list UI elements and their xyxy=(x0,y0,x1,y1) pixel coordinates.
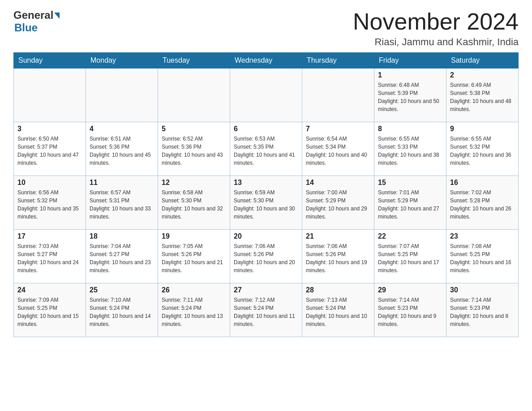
calendar-cell: 6Sunrise: 6:53 AM Sunset: 5:35 PM Daylig… xyxy=(230,122,302,176)
calendar-cell xyxy=(86,68,158,122)
location-title: Riasi, Jammu and Kashmir, India xyxy=(353,36,519,48)
day-detail: Sunrise: 6:48 AM Sunset: 5:39 PM Dayligh… xyxy=(378,81,442,113)
day-number: 9 xyxy=(450,125,515,133)
logo: General Blue xyxy=(13,9,60,34)
day-detail: Sunrise: 7:09 AM Sunset: 5:25 PM Dayligh… xyxy=(17,296,82,328)
day-number: 24 xyxy=(17,286,82,294)
calendar-cell: 9Sunrise: 6:55 AM Sunset: 5:32 PM Daylig… xyxy=(446,122,519,176)
day-number: 14 xyxy=(306,179,370,187)
day-detail: Sunrise: 6:52 AM Sunset: 5:36 PM Dayligh… xyxy=(162,135,226,167)
calendar-cell: 5Sunrise: 6:52 AM Sunset: 5:36 PM Daylig… xyxy=(158,122,230,176)
title-block: November 2024 Riasi, Jammu and Kashmir, … xyxy=(353,9,519,48)
calendar-cell xyxy=(158,68,230,122)
day-detail: Sunrise: 6:57 AM Sunset: 5:31 PM Dayligh… xyxy=(90,188,154,221)
day-number: 29 xyxy=(378,286,442,294)
day-number: 19 xyxy=(162,232,226,240)
day-detail: Sunrise: 7:02 AM Sunset: 5:28 PM Dayligh… xyxy=(450,188,515,221)
calendar-cell: 21Sunrise: 7:06 AM Sunset: 5:26 PM Dayli… xyxy=(302,230,374,283)
calendar-cell: 20Sunrise: 7:06 AM Sunset: 5:26 PM Dayli… xyxy=(230,230,302,283)
day-number: 5 xyxy=(162,125,226,133)
day-number: 21 xyxy=(306,232,370,240)
calendar-week-5: 24Sunrise: 7:09 AM Sunset: 5:25 PM Dayli… xyxy=(14,283,519,337)
day-detail: Sunrise: 7:07 AM Sunset: 5:25 PM Dayligh… xyxy=(378,242,442,274)
calendar-table: SundayMondayTuesdayWednesdayThursdayFrid… xyxy=(13,52,519,337)
day-detail: Sunrise: 6:49 AM Sunset: 5:38 PM Dayligh… xyxy=(450,81,515,113)
day-number: 8 xyxy=(378,125,442,133)
day-detail: Sunrise: 7:03 AM Sunset: 5:27 PM Dayligh… xyxy=(17,242,82,274)
day-header-sunday: Sunday xyxy=(14,53,86,68)
day-detail: Sunrise: 6:53 AM Sunset: 5:35 PM Dayligh… xyxy=(234,135,298,167)
day-detail: Sunrise: 6:50 AM Sunset: 5:37 PM Dayligh… xyxy=(17,135,82,167)
calendar-cell: 2Sunrise: 6:49 AM Sunset: 5:38 PM Daylig… xyxy=(446,68,519,122)
day-detail: Sunrise: 7:06 AM Sunset: 5:26 PM Dayligh… xyxy=(306,242,370,274)
day-number: 17 xyxy=(17,232,82,240)
day-number: 1 xyxy=(378,71,442,79)
calendar-cell: 27Sunrise: 7:12 AM Sunset: 5:24 PM Dayli… xyxy=(230,283,302,337)
day-number: 10 xyxy=(17,179,82,187)
calendar-cell: 29Sunrise: 7:14 AM Sunset: 5:23 PM Dayli… xyxy=(374,283,446,337)
calendar-cell: 23Sunrise: 7:08 AM Sunset: 5:25 PM Dayli… xyxy=(446,230,519,283)
calendar-cell: 19Sunrise: 7:05 AM Sunset: 5:26 PM Dayli… xyxy=(158,230,230,283)
day-header-saturday: Saturday xyxy=(446,53,519,68)
calendar-cell: 10Sunrise: 6:56 AM Sunset: 5:32 PM Dayli… xyxy=(14,176,86,230)
calendar-cell: 1Sunrise: 6:48 AM Sunset: 5:39 PM Daylig… xyxy=(374,68,446,122)
day-detail: Sunrise: 7:10 AM Sunset: 5:24 PM Dayligh… xyxy=(90,296,154,328)
day-detail: Sunrise: 6:58 AM Sunset: 5:30 PM Dayligh… xyxy=(162,188,226,221)
day-number: 15 xyxy=(378,179,442,187)
day-detail: Sunrise: 6:55 AM Sunset: 5:32 PM Dayligh… xyxy=(450,135,515,167)
day-detail: Sunrise: 7:14 AM Sunset: 5:23 PM Dayligh… xyxy=(450,296,515,328)
calendar-cell: 22Sunrise: 7:07 AM Sunset: 5:25 PM Dayli… xyxy=(374,230,446,283)
calendar-cell: 14Sunrise: 7:00 AM Sunset: 5:29 PM Dayli… xyxy=(302,176,374,230)
calendar-week-4: 17Sunrise: 7:03 AM Sunset: 5:27 PM Dayli… xyxy=(14,230,519,283)
day-number: 27 xyxy=(234,286,298,294)
day-header-friday: Friday xyxy=(374,53,446,68)
calendar-cell: 17Sunrise: 7:03 AM Sunset: 5:27 PM Dayli… xyxy=(14,230,86,283)
calendar-cell: 18Sunrise: 7:04 AM Sunset: 5:27 PM Dayli… xyxy=(86,230,158,283)
calendar-week-2: 3Sunrise: 6:50 AM Sunset: 5:37 PM Daylig… xyxy=(14,122,519,176)
day-detail: Sunrise: 6:59 AM Sunset: 5:30 PM Dayligh… xyxy=(234,188,298,221)
calendar-cell: 7Sunrise: 6:54 AM Sunset: 5:34 PM Daylig… xyxy=(302,122,374,176)
day-number: 22 xyxy=(378,232,442,240)
day-number: 13 xyxy=(234,179,298,187)
calendar-week-3: 10Sunrise: 6:56 AM Sunset: 5:32 PM Dayli… xyxy=(14,176,519,230)
day-number: 7 xyxy=(306,125,370,133)
day-detail: Sunrise: 7:13 AM Sunset: 5:24 PM Dayligh… xyxy=(306,296,370,328)
calendar-cell: 25Sunrise: 7:10 AM Sunset: 5:24 PM Dayli… xyxy=(86,283,158,337)
day-number: 26 xyxy=(162,286,226,294)
day-number: 4 xyxy=(90,125,154,133)
calendar-cell xyxy=(14,68,86,122)
calendar-cell: 28Sunrise: 7:13 AM Sunset: 5:24 PM Dayli… xyxy=(302,283,374,337)
calendar-cell: 26Sunrise: 7:11 AM Sunset: 5:24 PM Dayli… xyxy=(158,283,230,337)
logo-triangle-icon xyxy=(54,13,60,19)
calendar-cell: 16Sunrise: 7:02 AM Sunset: 5:28 PM Dayli… xyxy=(446,176,519,230)
calendar-cell: 24Sunrise: 7:09 AM Sunset: 5:25 PM Dayli… xyxy=(14,283,86,337)
day-detail: Sunrise: 7:11 AM Sunset: 5:24 PM Dayligh… xyxy=(162,296,226,328)
day-detail: Sunrise: 7:01 AM Sunset: 5:29 PM Dayligh… xyxy=(378,188,442,221)
day-detail: Sunrise: 7:06 AM Sunset: 5:26 PM Dayligh… xyxy=(234,242,298,274)
calendar-cell xyxy=(230,68,302,122)
day-detail: Sunrise: 7:08 AM Sunset: 5:25 PM Dayligh… xyxy=(450,242,515,274)
day-number: 28 xyxy=(306,286,370,294)
day-number: 30 xyxy=(450,286,515,294)
day-number: 2 xyxy=(450,71,515,79)
day-header-tuesday: Tuesday xyxy=(158,53,230,68)
calendar-cell xyxy=(302,68,374,122)
day-number: 25 xyxy=(90,286,154,294)
day-number: 12 xyxy=(162,179,226,187)
calendar-header: SundayMondayTuesdayWednesdayThursdayFrid… xyxy=(14,53,519,68)
calendar-cell: 13Sunrise: 6:59 AM Sunset: 5:30 PM Dayli… xyxy=(230,176,302,230)
day-header-wednesday: Wednesday xyxy=(230,53,302,68)
day-number: 6 xyxy=(234,125,298,133)
logo-blue-text: Blue xyxy=(14,21,38,34)
day-header-thursday: Thursday xyxy=(302,53,374,68)
day-number: 11 xyxy=(90,179,154,187)
header-row: SundayMondayTuesdayWednesdayThursdayFrid… xyxy=(14,53,519,68)
day-number: 16 xyxy=(450,179,515,187)
calendar-body: 1Sunrise: 6:48 AM Sunset: 5:39 PM Daylig… xyxy=(14,68,519,337)
day-detail: Sunrise: 7:05 AM Sunset: 5:26 PM Dayligh… xyxy=(162,242,226,274)
day-detail: Sunrise: 7:00 AM Sunset: 5:29 PM Dayligh… xyxy=(306,188,370,221)
calendar-cell: 11Sunrise: 6:57 AM Sunset: 5:31 PM Dayli… xyxy=(86,176,158,230)
logo-general-text: General xyxy=(13,9,53,21)
day-detail: Sunrise: 7:14 AM Sunset: 5:23 PM Dayligh… xyxy=(378,296,442,328)
day-number: 23 xyxy=(450,232,515,240)
